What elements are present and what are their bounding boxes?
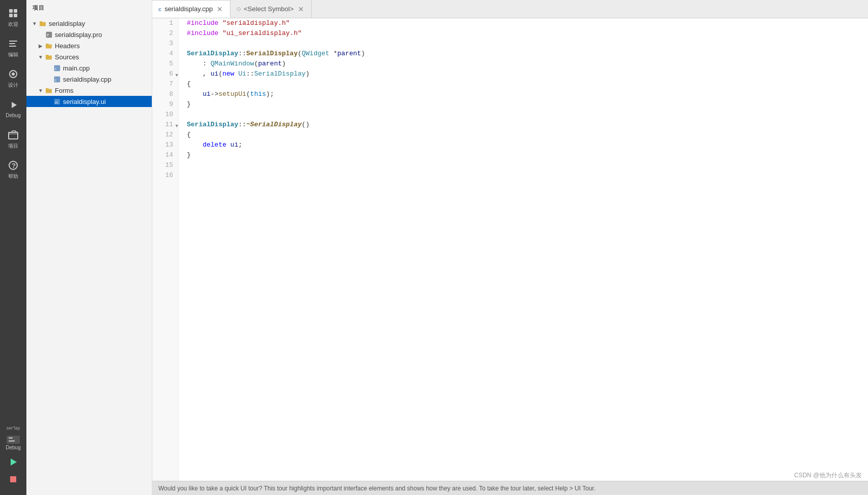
code-span: SerialDisplay (187, 120, 238, 130)
code-editor: 1 2 3 4 5 6 ▼ 7 8 9 10 11 ▼ 12 13 14 15 … (152, 18, 868, 481)
code-line-16 (187, 170, 868, 181)
code-span: { (187, 79, 191, 89)
svg-rect-14 (9, 437, 13, 439)
code-line-9: } (187, 99, 868, 110)
tree-arrow-serialdisplay-cpp (45, 75, 53, 83)
code-content[interactable]: #include "serialdisplay.h" #include "ui_… (179, 18, 868, 481)
code-line-1: #include "serialdisplay.h" (187, 18, 868, 28)
tree-item-serialdisplay-ui[interactable]: ui serialdisplay.ui (26, 96, 152, 107)
file-icon-serialdisplay-cpp: c (53, 75, 61, 83)
folder-icon-sources (45, 53, 53, 61)
code-span (187, 89, 203, 99)
explorer-panel: 项目 ▼ serialdisplay P serialdisplay.pro ▶… (26, 0, 152, 495)
code-line-5: : QMainWindow(parent) (187, 59, 868, 69)
svg-rect-0 (9, 9, 13, 13)
code-line-12: { (187, 130, 868, 140)
code-line-11: SerialDisplay::~SerialDisplay() (187, 120, 868, 130)
code-span (235, 69, 239, 79)
tree-item-headers[interactable]: ▶ Headers (26, 40, 152, 51)
code-span: :: (238, 120, 246, 130)
tree-label-sources: Sources (55, 53, 79, 61)
code-span: } (187, 150, 191, 160)
editor-area: c serialdisplay.cpp ✕ ◇ <Select Symbol> … (152, 0, 868, 495)
code-span: ) (282, 59, 286, 69)
activity-label-debug: Debug (6, 113, 20, 118)
svg-rect-4 (9, 41, 17, 42)
tab-close-select-symbol[interactable]: ✕ (297, 5, 305, 13)
code-span: delete (203, 140, 226, 150)
code-line-10 (187, 110, 868, 120)
activity-label-project: 项目 (8, 143, 18, 150)
line-num-5: 5 (152, 59, 178, 69)
activity-item-help[interactable]: ? 帮助 (0, 154, 26, 185)
svg-text:ui: ui (54, 100, 58, 104)
file-tree: ▼ serialdisplay P serialdisplay.pro ▶ He… (26, 16, 152, 495)
code-line-8: ui->setupUi(this); (187, 89, 868, 99)
line-num-14: 14 (152, 150, 178, 160)
svg-text:c: c (54, 67, 56, 71)
line-num-6: 6 ▼ (152, 69, 178, 79)
activity-item-welcome[interactable]: 欢迎 (0, 2, 26, 32)
tree-item-forms[interactable]: ▼ Forms (26, 85, 152, 96)
tree-arrow-forms: ▼ (37, 86, 45, 94)
tree-item-serialdisplay-cpp[interactable]: c serialdisplay.cpp (26, 74, 152, 85)
tree-label-serialdisplay-cpp: serialdisplay.cpp (63, 76, 111, 83)
tree-item-main-cpp[interactable]: c main.cpp (26, 62, 152, 74)
line-num-3: 3 (152, 39, 178, 49)
tree-item-pro[interactable]: P serialdisplay.pro (26, 29, 152, 40)
tree-label-pro: serialdisplay.pro (55, 31, 102, 39)
code-line-15 (187, 160, 868, 170)
tab-serialdisplay-cpp[interactable]: c serialdisplay.cpp ✕ (152, 0, 230, 18)
tree-item-root[interactable]: ▼ serialdisplay (26, 18, 152, 29)
code-span: ui (203, 89, 211, 99)
tab-label-serialdisplay-cpp: serialdisplay.cpp (164, 5, 213, 13)
line-num-10: 10 (152, 110, 178, 120)
line-num-7: 7 (152, 79, 178, 89)
tab-icon-cpp: c (158, 6, 161, 12)
tree-label-serialdisplay-ui: serialdisplay.ui (63, 98, 106, 105)
tree-label-forms: Forms (55, 87, 74, 94)
code-span: { (187, 130, 191, 140)
code-span (226, 140, 230, 150)
code-span: parent (337, 49, 361, 59)
svg-text:P: P (47, 33, 49, 38)
activity-label-design: 设计 (8, 82, 18, 89)
svg-rect-6 (9, 46, 16, 47)
status-bar: Would you like to take a quick UI tour? … (152, 481, 868, 495)
line-num-11: 11 ▼ (152, 120, 178, 130)
play-button[interactable] (6, 454, 21, 470)
code-span: -> (211, 89, 219, 99)
code-span: ( (254, 59, 258, 69)
tree-item-sources[interactable]: ▼ Sources (26, 51, 152, 62)
explorer-header: 项目 (26, 0, 152, 16)
design-icon (7, 68, 19, 80)
code-span: QMainWindow (211, 59, 254, 69)
tree-arrow-headers: ▶ (37, 42, 45, 50)
line-num-1: 1 (152, 18, 178, 28)
debug-session-name: ser"lay (1, 426, 25, 431)
code-line-4: SerialDisplay::SerialDisplay(QWidget *pa… (187, 49, 868, 59)
tab-select-symbol[interactable]: ◇ <Select Symbol> ✕ (230, 0, 311, 18)
code-line-13: delete ui; (187, 140, 868, 150)
line-numbers: 1 2 3 4 5 6 ▼ 7 8 9 10 11 ▼ 12 13 14 15 … (152, 18, 179, 481)
code-span: #include (187, 18, 222, 28)
code-span: this (250, 89, 266, 99)
code-span: SerialDisplay (246, 49, 297, 59)
watermark: CSDN @他为什么有头发 (794, 471, 862, 480)
activity-item-debug[interactable]: Debug (0, 93, 26, 124)
svg-rect-10 (9, 132, 18, 139)
activity-item-design[interactable]: 设计 (0, 63, 26, 93)
tab-close-serialdisplay-cpp[interactable]: ✕ (216, 5, 224, 13)
project-icon (7, 129, 19, 141)
code-span: parent (258, 59, 282, 69)
code-span (187, 140, 203, 150)
activity-label-welcome: 欢迎 (8, 21, 18, 28)
code-span: new (222, 69, 234, 79)
activity-label-edit: 编辑 (8, 51, 18, 58)
code-span: ui (211, 69, 219, 79)
activity-item-edit[interactable]: 编辑 (0, 32, 26, 63)
stop-button[interactable] (6, 472, 21, 487)
tab-bar: c serialdisplay.cpp ✕ ◇ <Select Symbol> … (152, 0, 868, 18)
line-num-4: 4 (152, 49, 178, 59)
activity-item-project[interactable]: 项目 (0, 124, 26, 154)
